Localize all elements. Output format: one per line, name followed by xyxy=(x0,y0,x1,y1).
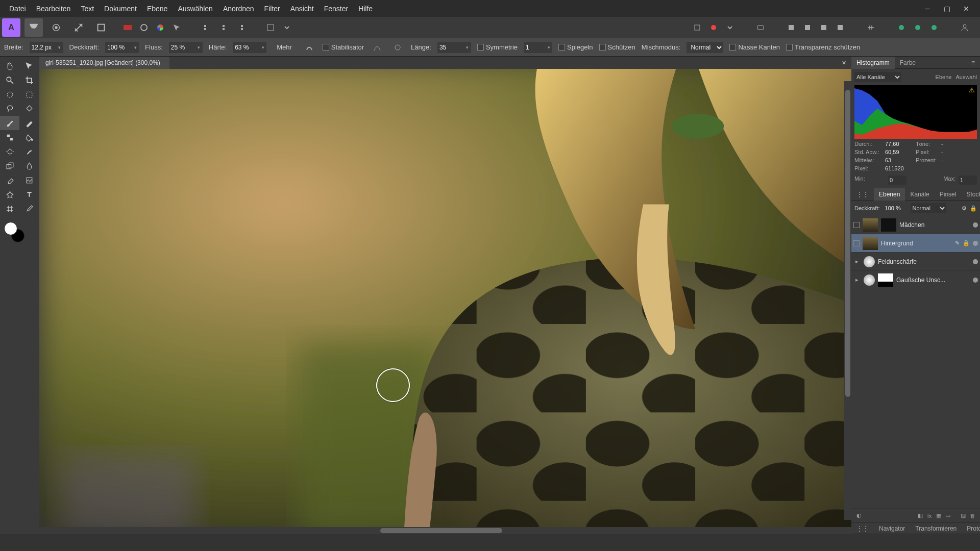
opacity-chevron-icon[interactable]: ▾ xyxy=(132,42,139,53)
hist-layer-btn[interactable]: Ebene xyxy=(936,74,952,80)
view-tool[interactable] xyxy=(0,73,19,87)
visibility-dot-icon[interactable] xyxy=(973,241,978,246)
menu-view[interactable]: Ansicht xyxy=(285,3,319,15)
flow-input[interactable] xyxy=(169,42,195,53)
window-minimize[interactable]: ─ xyxy=(918,0,937,17)
crop-tool[interactable] xyxy=(19,73,39,87)
visibility-dot-icon[interactable] xyxy=(973,259,978,264)
persona-tonemap[interactable] xyxy=(92,18,110,37)
delete-layer-icon[interactable]: 🗑 xyxy=(968,511,977,520)
mask-mode-icon[interactable] xyxy=(706,20,721,35)
length-input[interactable] xyxy=(437,42,464,53)
persona-photo[interactable] xyxy=(24,18,43,37)
arrange-2-icon[interactable] xyxy=(800,20,815,35)
crop-snap-icon[interactable] xyxy=(690,20,704,35)
window-close[interactable]: ✕ xyxy=(957,0,976,17)
length-chevron-icon[interactable]: ▾ xyxy=(464,42,471,53)
layer-gear-icon[interactable]: ⚙ xyxy=(962,205,967,212)
tab-channels[interactable]: Kanäle xyxy=(905,188,934,201)
fg-color[interactable] xyxy=(4,222,17,235)
layer-row[interactable]: Hintergrund✎🔒 xyxy=(851,234,980,253)
autoselect-icon[interactable] xyxy=(169,20,184,35)
layer-lock-icon[interactable]: 🔒 xyxy=(970,205,977,212)
pressure-icon[interactable] xyxy=(302,40,316,55)
align-panel-icon[interactable] xyxy=(864,20,878,35)
layer-edit-icon[interactable]: ✎ xyxy=(955,240,960,246)
tab-color[interactable]: Farbe xyxy=(895,57,921,69)
width-input[interactable] xyxy=(30,42,56,53)
protectalpha-checkbox[interactable]: Transparenz schützen xyxy=(786,43,860,51)
document-tab-close[interactable]: ✕ xyxy=(842,60,846,66)
cloud-icon[interactable] xyxy=(911,20,925,35)
show-assistant-icon[interactable] xyxy=(753,20,768,35)
stabilizer-checkbox[interactable]: Stabilisator xyxy=(323,43,364,51)
hand-tool[interactable] xyxy=(0,59,19,73)
menu-arrange[interactable]: Anordnen xyxy=(218,3,259,15)
sync-icon[interactable] xyxy=(894,20,909,35)
snapshot-icon[interactable] xyxy=(137,20,151,35)
view-mode-icon[interactable] xyxy=(263,20,278,35)
arrange-4-icon[interactable] xyxy=(833,20,847,35)
persona-liquify[interactable] xyxy=(47,18,65,37)
tab-histogram[interactable]: Histogramm xyxy=(851,57,895,69)
symmetry-checkbox[interactable]: Symmetrie xyxy=(477,43,518,51)
layer-collapse-icon[interactable]: ▸ xyxy=(853,258,861,265)
panel-menu-icon[interactable]: ≡ xyxy=(966,57,980,69)
layer-collapse-icon[interactable]: ▸ xyxy=(853,277,861,283)
pixel-tool[interactable] xyxy=(0,130,19,144)
persona-develop[interactable] xyxy=(69,18,88,37)
mesh-tool[interactable] xyxy=(0,202,19,216)
drag-handle2-icon[interactable]: ⋮⋮ xyxy=(851,522,874,535)
visibility-dot-icon[interactable] xyxy=(973,278,978,283)
paint-brush-tool[interactable] xyxy=(0,116,19,130)
symmetry-chevron-icon[interactable]: ▾ xyxy=(545,42,552,53)
protect-checkbox[interactable]: Schützen xyxy=(599,43,635,51)
selection-brush-tool[interactable] xyxy=(0,87,19,102)
upload-icon[interactable] xyxy=(927,20,941,35)
quickmask-icon[interactable] xyxy=(120,20,135,35)
blend-select[interactable]: Normal xyxy=(687,42,723,53)
opacity-input[interactable] xyxy=(105,42,132,53)
menu-help[interactable]: Hilfe xyxy=(353,3,378,15)
layer-opacity-input[interactable] xyxy=(883,204,908,213)
menu-select[interactable]: Auswählen xyxy=(173,3,218,15)
tab-history[interactable]: Protokoll xyxy=(962,522,980,535)
menu-document[interactable]: Dokument xyxy=(99,3,142,15)
color-swatch[interactable] xyxy=(4,222,24,242)
menu-filter[interactable]: Filter xyxy=(259,3,285,15)
tab-layers[interactable]: Ebenen xyxy=(874,188,905,201)
fill-tool[interactable] xyxy=(19,130,39,144)
canvas[interactable] xyxy=(39,69,851,527)
layer-check[interactable] xyxy=(853,240,860,246)
move-tool[interactable] xyxy=(19,59,39,73)
arrange-3-icon[interactable] xyxy=(817,20,831,35)
tab-transform[interactable]: Transformieren xyxy=(910,522,962,535)
layer-row[interactable]: ▸Feldunschärfe xyxy=(851,253,980,271)
menu-file[interactable]: Datei xyxy=(4,3,31,15)
document-tab[interactable]: girl-535251_1920.jpg [Geändert] (300,0%) xyxy=(39,57,169,69)
smudge-tool[interactable] xyxy=(19,144,39,159)
eyedropper-tool[interactable] xyxy=(19,202,39,216)
dodge-tool[interactable] xyxy=(0,144,19,159)
more-button[interactable]: Mehr xyxy=(273,42,296,52)
wetedges-checkbox[interactable]: Nasse Kanten xyxy=(729,43,780,51)
add-mask-icon[interactable]: ▦ xyxy=(934,511,943,520)
menu-window[interactable]: Fenster xyxy=(319,3,353,15)
blur-tool[interactable] xyxy=(19,159,39,173)
layer-row[interactable]: Mädchen xyxy=(851,216,980,234)
arrange-1-icon[interactable] xyxy=(784,20,798,35)
layer-check[interactable] xyxy=(853,222,860,228)
erase-tool[interactable] xyxy=(0,173,19,187)
layer-row[interactable]: ▸Gaußsche Unsc... xyxy=(851,271,980,289)
vertical-scrollbar[interactable] xyxy=(844,81,851,520)
symmetry-input[interactable] xyxy=(524,42,545,53)
hardness-input[interactable] xyxy=(233,42,259,53)
rope-stabilizer-icon[interactable] xyxy=(370,40,384,55)
horizontal-scrollbar[interactable] xyxy=(39,527,851,534)
mask-layer-icon[interactable]: ◐ xyxy=(854,511,864,520)
view-mode-chevron-icon[interactable] xyxy=(280,20,294,35)
align-right-icon[interactable] xyxy=(233,20,247,35)
inpaint-tool[interactable] xyxy=(19,173,39,187)
flood-select-tool[interactable] xyxy=(19,102,39,116)
shape-tool[interactable] xyxy=(0,187,19,202)
